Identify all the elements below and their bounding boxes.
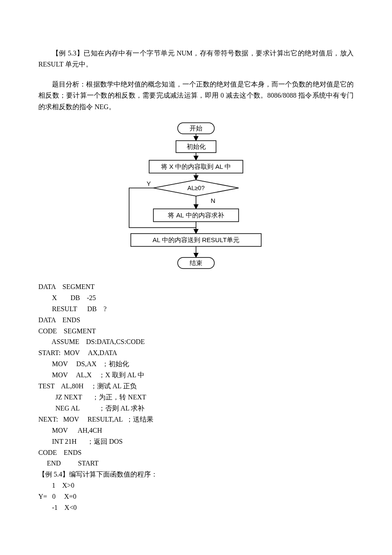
code-line: DATA SEGMENT <box>38 283 95 290</box>
paragraph-analysis: 题目分析：根据数学中绝对值的概念知道，一个正数的绝对值是它本身，而一个负数的绝对… <box>38 79 354 113</box>
code-line: ASSUME DS:DATA,CS:CODE <box>38 338 145 345</box>
code-line: NEXT: MOV RESULT,AL ；送结果 <box>38 416 153 423</box>
piecewise-line: Y= 0 X=0 <box>38 493 76 500</box>
piecewise-line: 1 X>0 <box>38 482 75 489</box>
flow-yes-label: Y <box>147 180 151 187</box>
flow-decision-label: AL≥0? <box>187 185 205 191</box>
code-line: NEG AL ；否则 AL 求补 <box>38 405 144 412</box>
code-line: RESULT DB ? <box>38 305 107 312</box>
paragraph-example-5-3: 【例 5.3】已知在内存中有一个字节单元 NUM，存有带符号数据，要求计算出它的… <box>38 48 354 70</box>
code-line: TEST AL,80H ；测试 AL 正负 <box>38 382 137 390</box>
code-line: DATA ENDS <box>38 316 80 324</box>
code-line: MOV AL,X ；X 取到 AL 中 <box>38 371 144 379</box>
example-5-4-title: 【例 5.4】编写计算下面函数值的程序： <box>38 471 158 478</box>
flow-init-label: 初始化 <box>187 143 206 150</box>
code-line: X DB -25 <box>38 294 96 301</box>
flowchart-diagram: 开始 初始化 将 X 中的内容取到 AL 中 AL≥0? Y N 将 AL 中的… <box>104 121 288 275</box>
flow-store-label: AL 中的内容送到 RESULT单元 <box>153 236 239 243</box>
code-line: MOV DS,AX ；初始化 <box>38 360 129 367</box>
flow-end-label: 结束 <box>190 259 202 266</box>
assembly-code-block: DATA SEGMENT X DB -25 RESULT DB ? DATA E… <box>38 281 354 469</box>
document-page: 【例 5.3】已知在内存中有一个字节单元 NUM，存有带符号数据，要求计算出它的… <box>0 0 392 539</box>
code-line: CODE ENDS <box>38 449 81 456</box>
code-line: START: MOV AX,DATA <box>38 349 117 356</box>
code-line: INT 21H ；返回 DOS <box>38 438 123 445</box>
flow-no-label: N <box>211 197 216 204</box>
flow-start-label: 开始 <box>190 124 202 132</box>
code-line: END START <box>38 460 98 467</box>
code-line: MOV AH,4CH <box>38 427 102 434</box>
flow-load-label: 将 X 中的内容取到 AL 中 <box>161 163 231 170</box>
piecewise-line: -1 X<0 <box>38 504 77 511</box>
code-line: JZ NEXT ；为正，转 NEXT <box>38 393 146 401</box>
code-line: CODE SEGMENT <box>38 327 96 335</box>
flow-neg-label: 将 AL 中的内容求补 <box>167 211 224 219</box>
example-5-4: 【例 5.4】编写计算下面函数值的程序： 1 X>0 Y= 0 X=0 -1 X… <box>38 469 354 513</box>
